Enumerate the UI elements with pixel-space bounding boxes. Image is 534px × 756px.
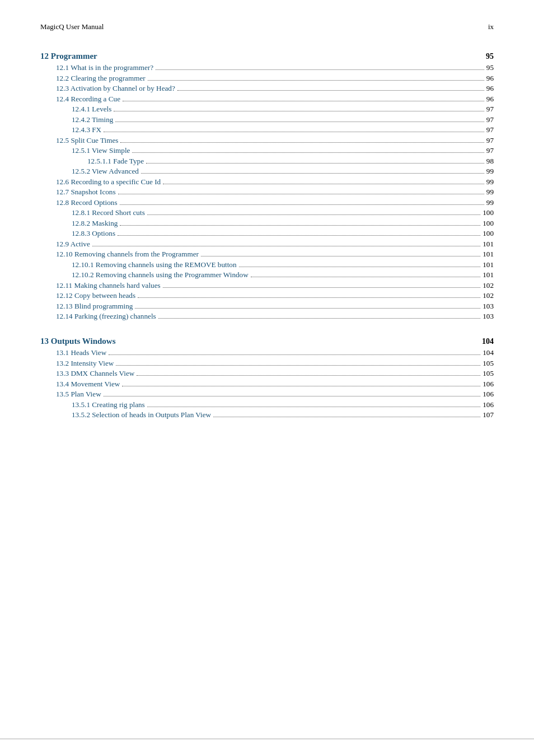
toc-entry-s12_8_3: 12.8.3 Options100: [40, 229, 494, 238]
toc-dots-s12_5_1: [132, 152, 484, 153]
toc-label-s12_4_1[interactable]: 12.4.1 Levels: [72, 105, 111, 114]
toc-page-s12_5_2: 99: [486, 167, 494, 176]
section-page-sec12: 95: [486, 52, 494, 61]
toc-dots-s12_11: [163, 287, 481, 288]
toc-page-s13_5: 106: [483, 390, 494, 399]
toc-label-s12_3[interactable]: 12.3 Activation by Channel or by Head?: [56, 84, 175, 93]
section-title-sec12[interactable]: 12 Programmer: [40, 52, 97, 61]
toc-page-s12_3: 96: [486, 84, 494, 93]
toc-label-s12_2[interactable]: 12.2 Clearing the programmer: [56, 74, 146, 83]
toc-page-s12_13: 103: [483, 302, 494, 311]
toc-entry-s13_5_1: 13.5.1 Creating rig plans106: [40, 400, 494, 409]
toc-label-s12_6[interactable]: 12.6 Recording to a specific Cue Id: [56, 178, 161, 186]
toc-entry-s12_8_2: 12.8.2 Masking100: [40, 219, 494, 228]
toc-label-s12_8_1[interactable]: 12.8.1 Record Short cuts: [72, 208, 145, 217]
toc-dots-s12_5: [120, 142, 484, 143]
toc-dots-s12_13: [135, 308, 480, 309]
toc-label-s13_5_1[interactable]: 13.5.1 Creating rig plans: [72, 400, 145, 409]
toc-label-s12_10_2[interactable]: 12.10.2 Removing channels using the Prog…: [72, 270, 249, 279]
toc-dots-s12_2: [148, 80, 484, 81]
toc-label-s13_4[interactable]: 13.4 Movement View: [56, 380, 120, 389]
toc-dots-s12_12: [138, 297, 480, 298]
toc-dots-s12_6: [163, 184, 484, 184]
toc-entry-s12_11: 12.11 Making channels hard values102: [40, 281, 494, 290]
toc-dots-s12_4_3: [104, 132, 484, 132]
page: MagicQ User Manual ix 12 Programmer9512.…: [0, 0, 534, 756]
toc-page-s12_5_1_1: 98: [486, 157, 494, 166]
toc-label-s12_5[interactable]: 12.5 Split Cue Times: [56, 136, 118, 145]
page-header: MagicQ User Manual ix: [40, 22, 494, 31]
toc-page-s12_10_2: 101: [483, 270, 494, 279]
toc-entry-s12_4_3: 12.4.3 FX97: [40, 125, 494, 134]
toc-entry-s13_1: 13.1 Heads View104: [40, 348, 494, 357]
toc-page-s13_3: 105: [483, 369, 494, 378]
toc-entry-s12_4: 12.4 Recording a Cue96: [40, 95, 494, 104]
toc-dots-s12_8_2: [120, 225, 480, 226]
toc-label-s13_1[interactable]: 13.1 Heads View: [56, 348, 106, 357]
toc-entry-s12_1: 12.1 What is in the programmer?95: [40, 63, 494, 72]
toc-page-s12_11: 102: [483, 281, 494, 290]
toc-label-s12_8_2[interactable]: 12.8.2 Masking: [72, 219, 118, 228]
toc-page-s12_5_1: 97: [486, 146, 494, 155]
toc-page-s12_8_3: 100: [483, 229, 494, 238]
toc-label-s12_10_1[interactable]: 12.10.1 Removing channels using the REMO…: [72, 260, 237, 269]
toc-label-s12_12[interactable]: 12.12 Copy between heads: [56, 291, 135, 300]
toc-entry-s13_2: 13.2 Intensity View105: [40, 359, 494, 368]
header-page: ix: [488, 22, 494, 31]
toc-page-s12_4: 96: [486, 95, 494, 104]
toc-entry-s12_10_2: 12.10.2 Removing channels using the Prog…: [40, 270, 494, 279]
toc-label-s12_9[interactable]: 12.9 Active: [56, 240, 90, 249]
toc-dots-s12_4: [123, 101, 484, 101]
toc-dots-s12_14: [158, 318, 481, 319]
toc-page-s13_5_2: 107: [483, 410, 494, 419]
header-title: MagicQ User Manual: [40, 22, 104, 31]
toc-label-s12_13[interactable]: 12.13 Blind programming: [56, 302, 133, 311]
toc-entry-s12_10_1: 12.10.1 Removing channels using the REMO…: [40, 260, 494, 269]
toc-page-s13_1: 104: [483, 348, 494, 357]
toc-label-s13_2[interactable]: 13.2 Intensity View: [56, 359, 114, 368]
toc-page-s12_10_1: 101: [483, 260, 494, 269]
toc-page-s12_9: 101: [483, 240, 494, 249]
toc-page-s12_14: 103: [483, 312, 494, 321]
toc-dots-s13_1: [109, 354, 480, 355]
toc-label-s12_5_1_1[interactable]: 12.5.1.1 Fade Type: [87, 157, 144, 166]
toc-label-s13_3[interactable]: 13.3 DMX Channels View: [56, 369, 134, 378]
toc-entry-s12_8: 12.8 Record Options99: [40, 198, 494, 207]
toc-dots-s12_4_2: [115, 122, 484, 122]
toc-label-s12_5_2[interactable]: 12.5.2 View Advanced: [72, 167, 139, 176]
toc-label-s12_10[interactable]: 12.10 Removing channels from the Program…: [56, 250, 199, 259]
toc-container: 12 Programmer9512.1 What is in the progr…: [40, 52, 494, 419]
toc-entry-s12_7: 12.7 Snapshot Icons99: [40, 188, 494, 197]
toc-entry-s12_2: 12.2 Clearing the programmer96: [40, 74, 494, 83]
toc-page-s12_7: 99: [486, 188, 494, 197]
toc-dots-s12_4_1: [114, 111, 484, 111]
toc-label-s12_7[interactable]: 12.7 Snapshot Icons: [56, 188, 116, 197]
toc-label-s12_4[interactable]: 12.4 Recording a Cue: [56, 95, 120, 104]
toc-entry-s12_3: 12.3 Activation by Channel or by Head?96: [40, 84, 494, 93]
toc-entry-s12_8_1: 12.8.1 Record Short cuts100: [40, 208, 494, 217]
toc-label-s12_8_3[interactable]: 12.8.3 Options: [72, 229, 115, 238]
toc-label-s13_5[interactable]: 13.5 Plan View: [56, 390, 101, 399]
toc-dots-s12_1: [156, 69, 484, 70]
toc-entry-s13_5: 13.5 Plan View106: [40, 390, 494, 399]
toc-label-s12_8[interactable]: 12.8 Record Options: [56, 198, 118, 207]
section-header-sec12: 12 Programmer95: [40, 52, 494, 61]
toc-label-s12_5_1[interactable]: 12.5.1 View Simple: [72, 146, 130, 155]
toc-dots-s12_3: [177, 90, 484, 91]
toc-page-s12_4_3: 97: [486, 125, 494, 134]
toc-page-s12_6: 99: [486, 178, 494, 186]
toc-label-s12_4_2[interactable]: 12.4.2 Timing: [72, 115, 113, 124]
toc-page-s12_5: 97: [486, 136, 494, 145]
section-header-sec13: 13 Outputs Windows104: [40, 337, 494, 346]
toc-label-s12_11[interactable]: 12.11 Making channels hard values: [56, 281, 161, 290]
toc-label-s13_5_2[interactable]: 13.5.2 Selection of heads in Outputs Pla…: [72, 410, 211, 419]
toc-label-s12_1[interactable]: 12.1 What is in the programmer?: [56, 63, 153, 72]
toc-entry-s12_5_1_1: 12.5.1.1 Fade Type98: [40, 157, 494, 166]
toc-label-s12_14[interactable]: 12.14 Parking (freezing) channels: [56, 312, 156, 321]
toc-dots-s12_10_2: [251, 277, 481, 277]
toc-label-s12_4_3[interactable]: 12.4.3 FX: [72, 125, 101, 134]
toc-dots-s12_8: [120, 204, 484, 205]
section-title-sec13[interactable]: 13 Outputs Windows: [40, 337, 116, 346]
toc-dots-s13_3: [137, 375, 480, 376]
toc-page-s12_12: 102: [483, 291, 494, 300]
